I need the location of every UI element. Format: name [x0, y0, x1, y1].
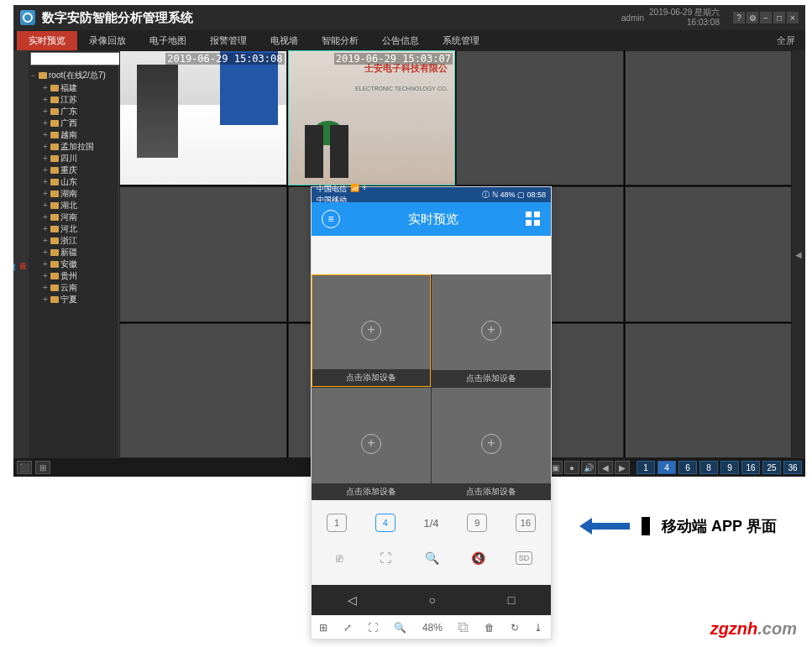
expand-icon[interactable]: + [42, 106, 49, 117]
tree-item[interactable]: +广东 [30, 106, 117, 117]
audio-button[interactable]: 🔊 [581, 461, 596, 474]
expand-icon[interactable]: + [42, 129, 49, 141]
menu-tab-2[interactable]: 电子地图 [138, 31, 198, 50]
expand-icon[interactable]: + [42, 258, 49, 270]
expand-icon[interactable]: + [42, 282, 49, 294]
expand-icon[interactable]: + [42, 200, 49, 211]
tree-item[interactable]: +越南 [30, 129, 117, 141]
expand-icon[interactable]: + [42, 94, 49, 106]
expand-icon[interactable]: + [42, 141, 49, 153]
tree-item[interactable]: +安徽 [30, 258, 117, 270]
tree-item[interactable]: +福建 [30, 82, 117, 94]
layout-tab-25[interactable]: 25 [762, 461, 781, 474]
layout-tab-6[interactable]: 6 [678, 461, 697, 474]
menu-icon[interactable]: ≡ [322, 210, 340, 228]
layout-icon[interactable] [526, 211, 541, 227]
video-cell-9[interactable] [119, 323, 287, 458]
tree-item[interactable]: +浙江 [30, 235, 117, 247]
next-button[interactable]: ▶ [615, 461, 630, 474]
menu-tab-6[interactable]: 公告信息 [370, 31, 431, 50]
foot-fit-icon[interactable]: ⛶ [368, 622, 378, 634]
home-button[interactable]: ○ [429, 593, 436, 607]
expand-icon[interactable]: + [42, 176, 49, 188]
tree-item[interactable]: +湖南 [30, 188, 117, 200]
expand-icon[interactable]: + [42, 247, 49, 258]
tree-item[interactable]: +河北 [30, 223, 117, 235]
expand-icon[interactable]: + [42, 235, 49, 247]
expand-icon[interactable]: + [42, 211, 49, 223]
expand-icon[interactable]: + [42, 270, 49, 282]
help-button[interactable]: ? [733, 12, 745, 23]
menu-tab-7[interactable]: 系统管理 [431, 31, 491, 50]
foot-download-icon[interactable]: ⤓ [534, 622, 542, 634]
video-cell-1[interactable]: 2019-06-29 15:03:08 [119, 50, 287, 185]
menu-tab-3[interactable]: 报警管理 [198, 31, 259, 50]
layout-tab-4[interactable]: 4 [657, 461, 676, 474]
tree-item[interactable]: +新疆 [30, 247, 117, 258]
foot-grid-icon[interactable]: ⊞ [319, 622, 327, 634]
expand-icon[interactable]: + [42, 294, 49, 305]
recent-button[interactable]: □ [508, 593, 515, 607]
video-cell-2[interactable]: 士安电子科技有限公 ELECTRONIC TECHNOLOGY CO. 2019… [288, 50, 456, 185]
tree-item[interactable]: +湖北 [30, 200, 117, 211]
tree-item[interactable]: +四川 [30, 153, 117, 164]
back-button[interactable]: ◁ [348, 593, 357, 607]
tree-item[interactable]: +孟加拉国 [30, 141, 117, 153]
tree-item[interactable]: +贵州 [30, 270, 117, 282]
tree-root[interactable]: − root(在线2/总7) [30, 69, 117, 82]
zoom-icon[interactable]: 🔍 [423, 549, 442, 567]
mobile-layout-4[interactable]: 4 [375, 514, 396, 532]
bb-button-2[interactable]: ⊞ [35, 461, 50, 474]
fullscreen-icon[interactable]: ⛶ [376, 549, 395, 567]
foot-rotate-icon[interactable]: ↻ [511, 622, 519, 634]
video-cell-3[interactable] [456, 50, 624, 185]
menu-tab-0[interactable]: 实时预览 [17, 31, 77, 50]
menu-tab-4[interactable]: 电视墙 [259, 31, 310, 50]
menu-tab-1[interactable]: 录像回放 [77, 31, 138, 50]
settings-button[interactable]: ⚙ [747, 12, 758, 23]
prev-button[interactable]: ◀ [598, 461, 613, 474]
foot-expand-icon[interactable]: ⤢ [343, 622, 352, 634]
close-stream-icon[interactable]: ⎚ [330, 549, 348, 567]
collapse-icon[interactable]: − [30, 71, 37, 81]
fullscreen-button[interactable]: 全屏 [770, 34, 802, 47]
mobile-cell-3[interactable]: 点击添加设备 [312, 388, 431, 500]
tree-item[interactable]: +宁夏 [30, 294, 117, 305]
mobile-cell-1[interactable]: 点击添加设备 [312, 274, 431, 387]
tree-item[interactable]: +云南 [30, 282, 117, 294]
menu-tab-5[interactable]: 智能分析 [310, 31, 370, 50]
record-button[interactable]: ● [564, 461, 579, 474]
foot-delete-icon[interactable]: 🗑 [485, 622, 495, 634]
video-cell-4[interactable] [625, 50, 793, 185]
mobile-layout-1[interactable]: 1 [327, 514, 347, 532]
tree-item[interactable]: +江苏 [30, 94, 117, 106]
tree-item[interactable]: +山东 [30, 176, 117, 188]
layout-tab-36[interactable]: 36 [783, 461, 802, 474]
expand-icon[interactable]: + [42, 117, 49, 129]
tree-item[interactable]: +广西 [30, 117, 117, 129]
sd-icon[interactable]: SD [516, 551, 532, 565]
expand-icon[interactable]: + [42, 164, 49, 176]
layout-tab-8[interactable]: 8 [699, 461, 718, 474]
tree-item[interactable]: +重庆 [30, 164, 117, 176]
maximize-button[interactable]: □ [773, 12, 785, 23]
layout-tab-9[interactable]: 9 [720, 461, 739, 474]
mobile-cell-2[interactable]: 点击添加设备 [432, 274, 551, 387]
mobile-layout-9[interactable]: 9 [467, 514, 487, 532]
foot-zoom-icon[interactable]: 🔍 [394, 622, 406, 634]
bb-button-1[interactable]: ⬛ [17, 461, 32, 474]
scroll-right-icon[interactable]: ◀ [795, 250, 802, 259]
foot-copy-icon[interactable]: ⿻ [458, 622, 469, 634]
expand-icon[interactable]: + [42, 223, 49, 235]
mute-icon[interactable]: 🔇 [469, 549, 488, 567]
mobile-cell-4[interactable]: 点击添加设备 [432, 388, 551, 500]
tree-item[interactable]: +河南 [30, 211, 117, 223]
expand-icon[interactable]: + [42, 82, 49, 94]
video-cell-8[interactable] [625, 186, 793, 321]
layout-tab-1[interactable]: 1 [637, 461, 655, 474]
expand-icon[interactable]: + [42, 153, 49, 164]
minimize-button[interactable]: − [760, 12, 772, 23]
mobile-layout-16[interactable]: 16 [516, 514, 536, 532]
layout-tab-16[interactable]: 16 [741, 461, 760, 474]
video-cell-5[interactable] [119, 186, 287, 321]
